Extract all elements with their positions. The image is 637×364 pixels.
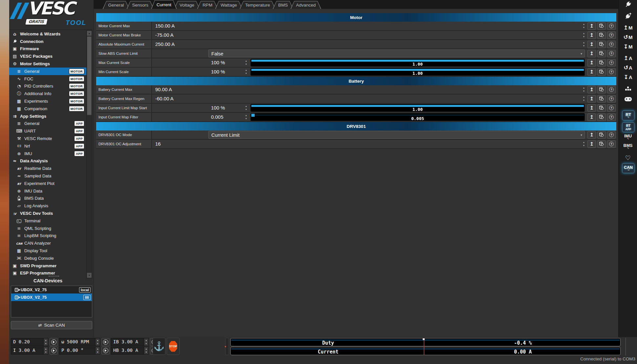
- spin-down-icon[interactable]: ▼: [245, 109, 247, 111]
- tab-voltage[interactable]: Voltage: [174, 1, 200, 9]
- spin-down-icon[interactable]: ▼: [583, 145, 585, 147]
- tab-temperature[interactable]: Temperature: [240, 1, 275, 9]
- restore-default-button[interactable]: [597, 59, 606, 67]
- param-slider[interactable]: 1.00: [250, 104, 585, 112]
- spin-down-icon[interactable]: ▼: [245, 72, 247, 75]
- param-slider[interactable]: 0.005: [250, 113, 585, 121]
- toolbar-realtime-app-data-button[interactable]: RTAPP: [622, 122, 634, 132]
- sidebar-item-connection[interactable]: Connection: [9, 38, 86, 45]
- sidebar-item-welcome-wizards[interactable]: ⌂Welcome & Wizards: [9, 30, 86, 38]
- spin-up-icon[interactable]: ▲: [583, 87, 585, 89]
- write-value-button[interactable]: ↥: [587, 22, 596, 30]
- spin-down-icon[interactable]: ▼: [583, 99, 585, 102]
- sidebar-item-realtime-data[interactable]: RTRealtime Data: [9, 165, 86, 172]
- spin-down-icon[interactable]: ▼: [245, 118, 247, 120]
- toolbar-keyboard-control-button[interactable]: [619, 84, 637, 93]
- help-button[interactable]: ?: [607, 131, 616, 139]
- display-splitter-handle[interactable]: [225, 338, 229, 355]
- spinner-arrows-icon[interactable]: ▲▼: [582, 22, 586, 30]
- sidebar-item-vesc-dev-tools[interactable]: \VVESC Dev Tools: [9, 210, 86, 217]
- spinner-arrows-icon[interactable]: ▲▼: [244, 68, 248, 75]
- spin-up-icon[interactable]: ▲: [245, 114, 247, 117]
- tab-rpm[interactable]: RPM: [197, 1, 218, 9]
- spinner-arrows-icon[interactable]: ▲▼: [43, 338, 48, 346]
- run-position-button[interactable]: [101, 347, 110, 354]
- spin-up-icon[interactable]: ▲: [245, 60, 247, 62]
- sidebar-item-additional-info[interactable]: ⓘAdditional InfoMOTOR: [9, 90, 86, 97]
- spinner-arrows-icon[interactable]: ▲▼: [144, 347, 148, 354]
- scan-can-button[interactable]: ⇄ Scan CAN: [11, 321, 92, 329]
- spinner-arrows-icon[interactable]: ▲▼: [582, 31, 586, 39]
- write-value-button[interactable]: ↥: [587, 59, 596, 67]
- current-setpoint-field[interactable]: I 3.00 A ▲▼: [11, 347, 48, 354]
- write-value-button[interactable]: ↥: [587, 41, 596, 48]
- restore-default-button[interactable]: [597, 104, 606, 112]
- sidebar-item-vesc-remote[interactable]: ⚒VESC RemoteAPP: [9, 135, 86, 142]
- tab-bms[interactable]: BMS: [273, 1, 293, 9]
- scroll-down-icon[interactable]: ▼: [87, 273, 92, 278]
- spinner-arrows-icon[interactable]: ▲▼: [144, 338, 148, 346]
- sidebar-item-data-analysis[interactable]: ≈Data Analysis: [9, 157, 86, 165]
- spinner-arrows-icon[interactable]: ▲▼: [95, 347, 100, 354]
- spin-down-icon[interactable]: ▼: [583, 90, 585, 92]
- restore-default-button[interactable]: [597, 131, 606, 139]
- help-button[interactable]: ?: [607, 113, 616, 121]
- tab-sensors[interactable]: Sensors: [127, 1, 154, 9]
- sidebar-item-uart[interactable]: ⌨UARTAPP: [9, 127, 86, 135]
- spinner-arrows-icon[interactable]: ▲▼: [95, 338, 100, 346]
- help-button[interactable]: ?: [607, 41, 616, 48]
- tab-current[interactable]: Current: [151, 0, 177, 9]
- sidebar-item-pid-controllers[interactable]: ◔PID ControllersMOTOR: [9, 83, 86, 90]
- sidebar-item-general[interactable]: ≣GeneralAPP: [9, 120, 86, 128]
- toolbar-disconnect-button[interactable]: [619, 11, 637, 21]
- help-button[interactable]: ?: [607, 50, 616, 57]
- toolbar-favorites-button[interactable]: ♡: [619, 153, 637, 162]
- sidebar-item-sampled-data[interactable]: ≈Sampled Data: [9, 172, 86, 180]
- toolbar-reread-motor-config-button[interactable]: ↺M: [619, 32, 637, 42]
- speed-setpoint-field[interactable]: ω 5000 RPM ▲▼: [59, 338, 100, 346]
- restore-default-button[interactable]: [597, 68, 606, 76]
- spinner-arrows-icon[interactable]: ▲▼: [582, 41, 586, 48]
- sidebar-item-comparison[interactable]: ▦ComparisonMOTOR: [9, 105, 86, 112]
- spinner-arrows-icon[interactable]: ▲▼: [582, 95, 586, 102]
- sidebar-item-general[interactable]: ≣GeneralMOTOR: [9, 68, 86, 75]
- sidebar-item-experiment-plot[interactable]: RTExperiment Plot: [9, 180, 86, 187]
- sidebar-item-imu-data[interactable]: ⊗IMU Data: [9, 187, 86, 195]
- handbrake-setpoint-field[interactable]: HB 3.00 A ▲▼: [111, 347, 149, 354]
- param-spinbox[interactable]: 100 %▲▼: [208, 58, 248, 67]
- splitter-handle[interactable]: [49, 276, 59, 276]
- restore-default-button[interactable]: [597, 50, 606, 57]
- tab-advanced[interactable]: Advanced: [290, 1, 321, 9]
- param-slider[interactable]: 1.00: [250, 59, 585, 67]
- toolbar-write-app-config-button[interactable]: ↥A: [619, 53, 637, 63]
- param-spinbox[interactable]: 0.005▲▼: [208, 113, 248, 121]
- spin-down-icon[interactable]: ▼: [583, 27, 585, 29]
- write-value-button[interactable]: ↥: [587, 86, 596, 93]
- toolbar-gamepad-control-button[interactable]: [619, 94, 637, 104]
- run-speed-button[interactable]: [101, 338, 110, 346]
- sidebar-item-motor-settings[interactable]: ⚙Motor Settings: [9, 60, 86, 68]
- toolbar-read-app-config-button[interactable]: ↧A: [619, 72, 637, 82]
- sidebar-item-lispbm-scripting[interactable]: ≡LispBM Scripting: [9, 232, 86, 240]
- sidebar-item-bms-data[interactable]: BMS Data: [9, 195, 86, 202]
- restore-default-button[interactable]: [597, 41, 606, 48]
- restore-default-button[interactable]: [597, 140, 606, 148]
- restore-default-button[interactable]: [597, 31, 606, 39]
- toolbar-realtime-data-button[interactable]: RT∿: [622, 111, 634, 120]
- spin-up-icon[interactable]: ▲: [245, 105, 247, 108]
- help-button[interactable]: ?: [607, 86, 616, 93]
- spin-up-icon[interactable]: ▲: [245, 69, 247, 71]
- toolbar-read-motor-config-button[interactable]: ↧M: [619, 42, 637, 51]
- help-button[interactable]: ?: [607, 140, 616, 148]
- spin-up-icon[interactable]: ▲: [583, 42, 585, 44]
- sidebar-item-log-analysis[interactable]: ▱Log Analysis: [9, 202, 86, 210]
- param-combobox[interactable]: False▾: [208, 50, 585, 57]
- write-value-button[interactable]: ↥: [587, 131, 596, 139]
- help-button[interactable]: ?: [607, 68, 616, 76]
- sidebar-item-app-settings[interactable]: ⇉App Settings: [9, 112, 86, 120]
- spin-down-icon[interactable]: ▼: [245, 63, 247, 66]
- param-spinbox[interactable]: 100 %▲▼: [208, 104, 248, 112]
- help-button[interactable]: ?: [607, 22, 616, 30]
- scroll-up-icon[interactable]: ▲: [87, 31, 92, 36]
- write-value-button[interactable]: ↥: [587, 31, 596, 39]
